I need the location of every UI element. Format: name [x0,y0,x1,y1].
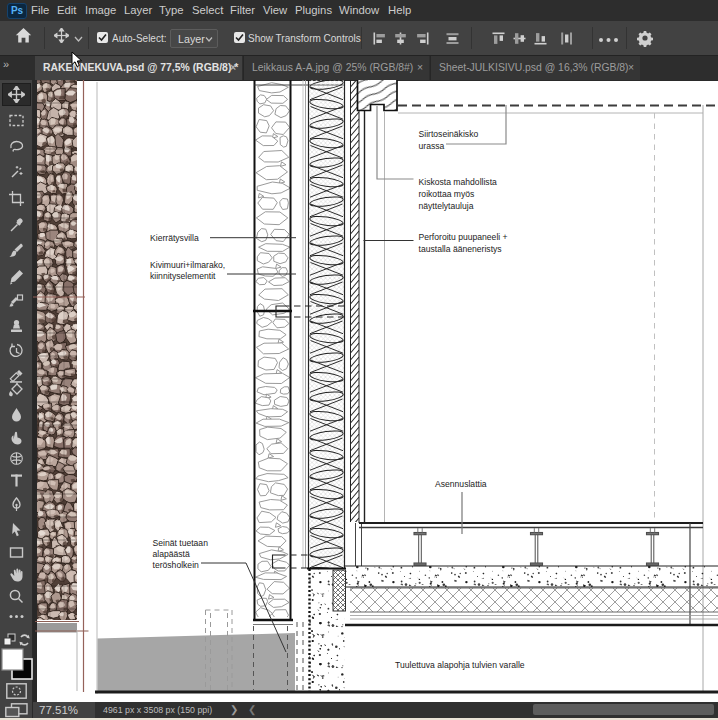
svg-text:Kierrätysvilla: Kierrätysvilla [150,233,199,243]
svg-text:Perforoitu puupaneeli +: Perforoitu puupaneeli + [419,232,508,242]
svg-text:Tuulettuva alapohja tulvien va: Tuulettuva alapohja tulvien varalle [395,660,525,670]
svg-text:urassa: urassa [419,141,445,151]
svg-text:Seinät tuetaan: Seinät tuetaan [153,538,209,548]
svg-text:Siirtoseinäkisko: Siirtoseinäkisko [419,129,479,139]
svg-text:terösholkein: terösholkein [153,560,200,570]
svg-text:alapäästä: alapäästä [153,549,190,559]
svg-text:näyttelytauluja: näyttelytauluja [419,201,474,211]
svg-text:Asennuslattia: Asennuslattia [435,479,487,489]
svg-text:Kiskosta mahdollista: Kiskosta mahdollista [419,177,498,187]
svg-text:Kivimuuri+ilmarako,: Kivimuuri+ilmarako, [150,260,225,270]
svg-text:roikottaa myös: roikottaa myös [419,189,475,199]
svg-text:taustalla ääneneristys: taustalla ääneneristys [419,244,502,254]
svg-text:kiinnityselementit: kiinnityselementit [150,271,216,281]
